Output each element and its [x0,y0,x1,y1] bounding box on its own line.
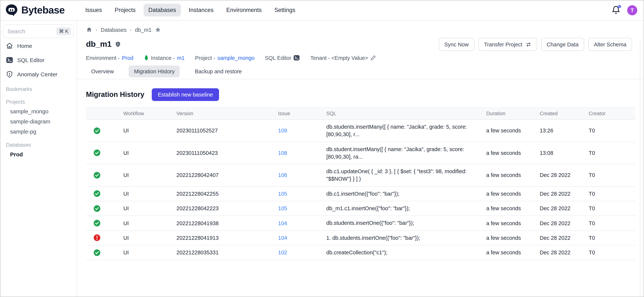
migration-history-table: WorkflowVersionIssueSQLDurationCreatedCr… [86,107,636,260]
issue-link[interactable]: 109 [278,128,287,134]
cell-status [86,142,114,164]
sql-editor-meta[interactable]: SQL Editor [265,55,300,61]
swap-arrows-icon [525,41,531,47]
issue-link[interactable]: 104 [278,220,287,226]
cell-version: 20221228042255 [167,186,268,201]
breadcrumb: › Databases › db_m1 [86,27,644,33]
cell-sql: db.students.insertOne({"foo": "bar"}); [316,216,476,231]
cell-duration: a few seconds [476,245,530,260]
cell-sql: db_m1.c1.insertOne({"foo": "bar"}); [316,201,476,216]
page-title: db_m1 [86,40,112,49]
cell-issue: 105 [268,201,316,216]
cell-issue: 104 [268,230,316,245]
transfer-project-button[interactable]: Transfer Project [478,38,537,51]
cell-version: 20221228042407 [167,164,268,186]
change-data-button[interactable]: Change Data [541,38,584,51]
nav-item-environments[interactable]: Environments [222,4,267,17]
home-icon[interactable] [86,27,92,33]
tab-overview[interactable]: Overview [86,66,119,77]
table-row[interactable]: UI20221228042407106db.c1.updateOne( { _i… [86,164,636,186]
cell-sql: db.c1.insertOne({"foo": "bar"}); [316,186,476,201]
issue-link[interactable]: 105 [278,191,287,197]
tab-migration-history[interactable]: Migration History [129,66,180,77]
project-link[interactable]: sample_mongo [217,55,254,61]
cell-version: 20221228041938 [167,216,268,231]
sidebar-section-databases: Databases [3,137,74,149]
cell-created: Dec 28 2022 [530,186,579,201]
table-row[interactable]: UI20230111050423108db.student.insertMany… [86,142,636,164]
nav-item-settings[interactable]: Settings [270,4,300,17]
cell-issue: 105 [268,186,316,201]
brand[interactable]: Bytebase [5,4,65,17]
issue-link[interactable]: 106 [278,172,287,178]
nav-item-instances[interactable]: Instances [184,4,218,17]
instance-link[interactable]: m1 [177,55,184,61]
cell-duration: a few seconds [476,186,530,201]
table-row[interactable]: UI20230111052527109db.students.insertMan… [86,120,636,142]
breadcrumb-db-m1[interactable]: db_m1 [135,27,152,33]
cell-creator: T0 [579,164,636,186]
cell-workflow: UI [114,142,167,164]
project-meta: Project - sample_mongo [195,55,254,61]
sidebar-project-sample-diagram[interactable]: sample-diagram [3,116,74,126]
main-content: › Databases › db_m1 db_m1 Sync NowTransf… [77,21,644,297]
cell-workflow: UI [114,230,167,245]
sidebar-item-anomaly-center[interactable]: Anomaly Center [3,68,74,81]
pencil-icon[interactable] [370,55,376,61]
column-header-workflow: Workflow [114,108,167,120]
star-icon[interactable] [155,27,161,33]
scroll-gutter [640,41,640,297]
page-actions: Sync NowTransfer ProjectChange DataAlter… [438,38,632,51]
instance-meta: Instance - m1 [144,55,185,61]
search-input[interactable] [8,28,56,35]
avatar[interactable]: T [627,5,637,15]
column-header-creator: Creator [579,108,636,120]
bytebase-logo-icon [5,4,18,17]
table-row[interactable]: UI20221228041938104db.students.insertOne… [86,216,636,231]
cell-status [86,245,114,260]
mongodb-leaf-icon [144,55,149,61]
environment-link[interactable]: Prod [122,55,134,61]
sidebar-item-sql-editor[interactable]: SQL Editor [3,54,74,67]
issue-link[interactable]: 108 [278,150,287,156]
sidebar-project-sample-pg[interactable]: sample-pg [3,126,74,137]
sidebar-item-home[interactable]: Home [3,39,74,52]
nav-item-projects[interactable]: Projects [110,4,140,17]
cell-issue: 109 [268,120,316,142]
issue-link[interactable]: 102 [278,249,287,255]
cell-status [86,164,114,186]
nav-item-databases[interactable]: Databases [144,4,181,17]
sync-now-button[interactable]: Sync Now [438,38,474,51]
column-header-sql: SQL [316,108,476,120]
tab-backup-and-restore[interactable]: Backup and restore [190,66,247,77]
sidebar-database-prod[interactable]: Prod [3,149,74,159]
breadcrumb-databases[interactable]: Databases [101,27,127,33]
nav-item-issues[interactable]: Issues [80,4,107,17]
notifications-button[interactable] [612,6,620,15]
issue-link[interactable]: 104 [278,235,287,241]
sidebar-project-sample-mongo[interactable]: sample_mongo [3,106,74,116]
table-row[interactable]: UI202212280419131041. db.students.insert… [86,230,636,245]
cell-workflow: UI [114,120,167,142]
cell-duration: a few seconds [476,201,530,216]
sidebar: ⌘ K Home SQL Editor [0,21,77,297]
column-header-version: Version [167,108,268,120]
alter-schema-button[interactable]: Alter Schema [588,38,632,51]
search-box[interactable]: ⌘ K [3,24,74,38]
cell-version: 20230111052527 [167,120,268,142]
top-nav: Bytebase IssuesProjectsDatabasesInstance… [0,0,644,21]
cell-duration: a few seconds [476,120,530,142]
cell-status [86,230,114,245]
issue-link[interactable]: 105 [278,205,287,211]
success-icon [94,220,100,227]
establish-baseline-button[interactable]: Establish new baseline [152,88,219,101]
cell-creator: T0 [579,120,636,142]
table-row[interactable]: UI20221228035331102db.createCollection("… [86,245,636,260]
screenshot-stage: Bytebase IssuesProjectsDatabasesInstance… [0,0,644,297]
table-row[interactable]: UI20221228042223105db_m1.c1.insertOne({"… [86,201,636,216]
migration-section-head: Migration History Establish new baseline [86,88,644,101]
primary-nav: IssuesProjectsDatabasesInstancesEnvironm… [80,4,300,17]
cell-sql: 1. db.students.insertOne({"foo": "bar"})… [316,230,476,245]
success-icon [94,249,100,256]
table-row[interactable]: UI20221228042255105db.c1.insertOne({"foo… [86,186,636,201]
